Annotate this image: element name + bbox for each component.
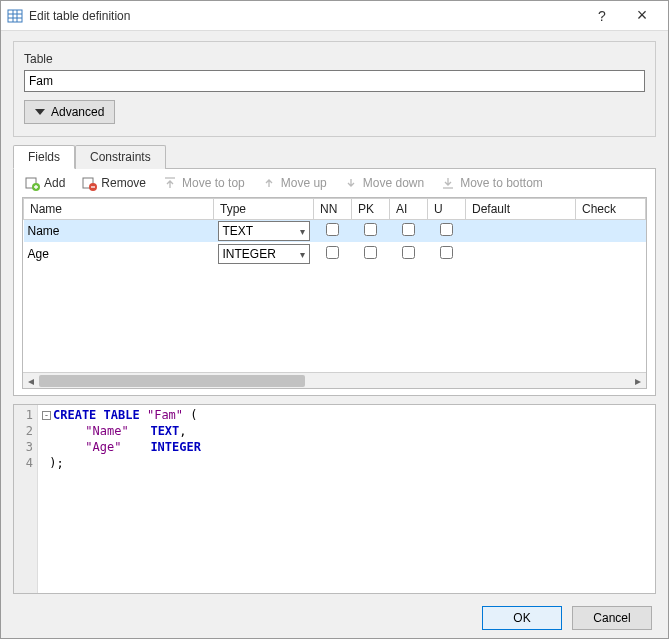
pk-checkbox[interactable] xyxy=(364,223,377,236)
nn-checkbox[interactable] xyxy=(326,223,339,236)
col-default[interactable]: Default xyxy=(466,199,576,220)
pk-checkbox[interactable] xyxy=(364,246,377,259)
remove-icon xyxy=(81,175,97,191)
col-pk[interactable]: PK xyxy=(352,199,390,220)
col-type[interactable]: Type xyxy=(214,199,314,220)
type-combo[interactable]: INTEGER▾ xyxy=(218,244,310,264)
move-bottom-button[interactable]: Move to bottom xyxy=(440,175,543,191)
col-name[interactable]: Name xyxy=(24,199,214,220)
move-top-icon xyxy=(162,175,178,191)
scroll-left-icon[interactable]: ◂ xyxy=(23,373,39,389)
cell-check[interactable] xyxy=(576,220,646,243)
title-bar: Edit table definition ? × xyxy=(1,1,668,31)
cell-default[interactable] xyxy=(466,243,576,266)
move-bottom-icon xyxy=(440,175,456,191)
table-group: Table Advanced xyxy=(13,41,656,137)
table-row[interactable]: Age INTEGER▾ xyxy=(24,243,646,266)
cancel-button[interactable]: Cancel xyxy=(572,606,652,630)
fields-toolbar: Add Remove Move to top xyxy=(14,169,655,197)
col-ai[interactable]: AI xyxy=(390,199,428,220)
scroll-thumb[interactable] xyxy=(39,375,305,387)
col-u[interactable]: U xyxy=(428,199,466,220)
horizontal-scrollbar[interactable]: ◂ ▸ xyxy=(23,372,646,388)
chevron-down-icon: ▾ xyxy=(300,226,305,237)
line-gutter: 1 2 3 4 xyxy=(14,405,38,593)
type-combo[interactable]: TEXT▾ xyxy=(218,221,310,241)
help-button[interactable]: ? xyxy=(582,2,622,30)
add-field-button[interactable]: Add xyxy=(24,175,65,191)
triangle-down-icon xyxy=(35,109,45,115)
cell-check[interactable] xyxy=(576,243,646,266)
move-up-button[interactable]: Move up xyxy=(261,175,327,191)
remove-field-button[interactable]: Remove xyxy=(81,175,146,191)
move-down-icon xyxy=(343,175,359,191)
u-checkbox[interactable] xyxy=(440,246,453,259)
chevron-down-icon: ▾ xyxy=(300,249,305,260)
ai-checkbox[interactable] xyxy=(402,223,415,236)
window-title: Edit table definition xyxy=(29,9,582,23)
tab-strip: Fields Constraints xyxy=(13,145,656,169)
tab-fields[interactable]: Fields xyxy=(13,145,75,169)
tab-constraints[interactable]: Constraints xyxy=(75,145,166,169)
advanced-toggle[interactable]: Advanced xyxy=(24,100,115,124)
cell-default[interactable] xyxy=(466,220,576,243)
close-button[interactable]: × xyxy=(622,2,662,30)
grid-empty-area xyxy=(23,266,646,372)
u-checkbox[interactable] xyxy=(440,223,453,236)
move-top-button[interactable]: Move to top xyxy=(162,175,245,191)
col-check[interactable]: Check xyxy=(576,199,646,220)
table-row[interactable]: Name TEXT▾ xyxy=(24,220,646,243)
fold-icon[interactable]: - xyxy=(42,411,51,420)
ok-button[interactable]: OK xyxy=(482,606,562,630)
app-icon xyxy=(7,8,23,24)
cell-name[interactable]: Age xyxy=(24,243,214,266)
sql-preview: 1 2 3 4 -CREATE TABLE "Fam" ( "Name" TEX… xyxy=(13,404,656,594)
nn-checkbox[interactable] xyxy=(326,246,339,259)
dialog-window: Edit table definition ? × Table Advanced… xyxy=(0,0,669,639)
scroll-right-icon[interactable]: ▸ xyxy=(630,373,646,389)
svg-rect-0 xyxy=(8,10,22,22)
fields-grid[interactable]: Name Type NN PK AI U Default Check xyxy=(23,198,646,266)
add-icon xyxy=(24,175,40,191)
dialog-button-row: OK Cancel xyxy=(13,602,656,630)
move-down-button[interactable]: Move down xyxy=(343,175,424,191)
col-nn[interactable]: NN xyxy=(314,199,352,220)
table-name-input[interactable] xyxy=(24,70,645,92)
sql-code[interactable]: -CREATE TABLE "Fam" ( "Name" TEXT, "Age"… xyxy=(38,405,655,593)
ai-checkbox[interactable] xyxy=(402,246,415,259)
cell-name[interactable]: Name xyxy=(24,220,214,243)
move-up-icon xyxy=(261,175,277,191)
table-label: Table xyxy=(24,52,645,66)
